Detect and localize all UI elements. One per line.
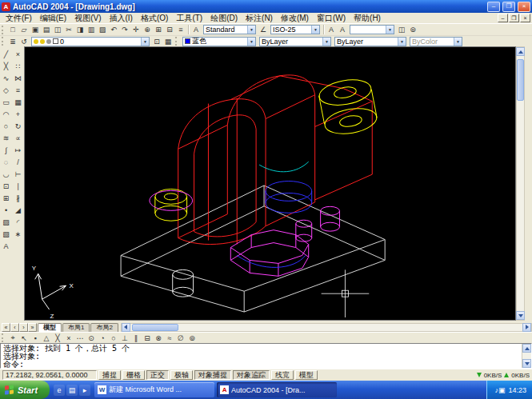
- mdi-restore-button[interactable]: ❐: [509, 14, 519, 22]
- extra-style-combo[interactable]: ▼: [350, 25, 394, 34]
- vertical-scrollbar[interactable]: [516, 46, 525, 321]
- status-toggle-osnap[interactable]: 对象捕捉: [194, 370, 231, 380]
- modify-tool-extend[interactable]: ⊢: [13, 169, 23, 179]
- osnap-button-snap-to-insert[interactable]: ⊟: [142, 333, 153, 343]
- modify-tool-stretch[interactable]: ↦: [13, 145, 23, 155]
- osnap-button-snap-to-center[interactable]: ⊙: [86, 333, 97, 343]
- close-button[interactable]: ×: [518, 2, 530, 12]
- chevron-down-icon[interactable]: ▼: [141, 38, 149, 46]
- minimize-button[interactable]: –: [487, 2, 500, 12]
- quick-launch-icon-media-player[interactable]: ▸: [79, 385, 90, 396]
- modify-tool-move[interactable]: +: [13, 109, 23, 119]
- chevron-down-icon[interactable]: ▼: [311, 26, 319, 34]
- vertical-scroll-thumb[interactable]: [517, 59, 524, 101]
- toolbar-button-save[interactable]: ▣: [30, 25, 41, 35]
- menu-item-file[interactable]: 文件(F): [2, 13, 36, 23]
- draw-tool-polygon[interactable]: ◇: [1, 85, 11, 95]
- start-button[interactable]: Start: [0, 381, 50, 399]
- horizontal-scroll-thumb[interactable]: [132, 324, 178, 331]
- modify-tool-fillet[interactable]: ◜: [13, 217, 23, 227]
- chevron-down-icon[interactable]: ▼: [386, 26, 394, 34]
- lineweight-combo[interactable]: ByLayer ▼: [334, 37, 406, 46]
- draw-tool-rectangle[interactable]: ▭: [1, 97, 11, 107]
- osnap-button-snap-to-extension[interactable]: ⋯: [74, 333, 86, 343]
- osnap-button-snap-to-nearest[interactable]: ≈: [164, 333, 175, 343]
- modify-tool-mirror[interactable]: ⋈: [13, 73, 23, 83]
- scroll-up-icon[interactable]: [522, 344, 531, 353]
- scroll-up-icon[interactable]: [516, 47, 525, 56]
- layer-combo[interactable]: 0 ▼: [31, 37, 150, 46]
- osnap-button-snap-to-parallel[interactable]: ∥: [130, 333, 142, 343]
- toolbar-button-plot-preview[interactable]: ◫: [52, 25, 63, 35]
- draw-tool-polyline[interactable]: ∿: [1, 73, 11, 83]
- menu-item-view[interactable]: 视图(V): [70, 13, 105, 23]
- modify-tool-chamfer[interactable]: ◢: [13, 205, 23, 215]
- draw-tool-construction-line[interactable]: ╳: [1, 61, 11, 71]
- modify-tool-offset[interactable]: ≡: [13, 85, 23, 95]
- mdi-close-button[interactable]: ×: [520, 14, 530, 22]
- crosshair-cursor[interactable]: [322, 269, 370, 317]
- status-toggle-snap[interactable]: 捕捉: [98, 370, 121, 380]
- osnap-button-snap-from[interactable]: ↖: [18, 333, 30, 343]
- toolbar-button-layer-states[interactable]: ▦: [162, 36, 174, 46]
- menu-item-window[interactable]: 窗口(W): [313, 13, 350, 23]
- drawing-canvas[interactable]: Y X Z: [24, 46, 516, 321]
- scroll-right-icon[interactable]: [522, 323, 531, 332]
- modify-tool-copy-object[interactable]: ∷: [13, 61, 23, 71]
- osnap-button-snap-to-none[interactable]: ∅: [175, 333, 186, 343]
- menu-item-edit[interactable]: 编辑(E): [36, 13, 70, 23]
- taskbar-task-autocad[interactable]: A AutoCAD 2004 - [Dra...: [217, 382, 337, 397]
- modify-tool-break-at-point[interactable]: ∣: [13, 181, 23, 191]
- chevron-down-icon[interactable]: ▼: [322, 38, 330, 46]
- toolbar-button-layer-previous[interactable]: ↺: [18, 36, 30, 46]
- toolbar-button-properties[interactable]: ≡: [175, 25, 186, 35]
- draw-tool-insert-block[interactable]: ⊡: [1, 181, 11, 191]
- toolbar-button-pan[interactable]: ✛: [130, 25, 142, 35]
- modify-tool-trim[interactable]: /: [13, 157, 23, 167]
- toolbar-grip[interactable]: [175, 37, 178, 46]
- menu-item-modify[interactable]: 修改(M): [277, 13, 313, 23]
- toolbar-grip[interactable]: [2, 333, 5, 342]
- scroll-down-icon[interactable]: [522, 359, 531, 368]
- menu-item-dimension[interactable]: 标注(N): [242, 13, 277, 23]
- status-toggle-ortho[interactable]: 正交: [146, 370, 169, 380]
- horizontal-scroll-track[interactable]: [130, 323, 522, 332]
- modify-tool-rotate[interactable]: ↻: [13, 121, 23, 131]
- toolbar-button-open[interactable]: ▱: [18, 25, 30, 35]
- scroll-down-icon[interactable]: [516, 311, 525, 320]
- tab-nav-button-last[interactable]: »: [28, 323, 37, 332]
- text-button-dtext[interactable]: A: [337, 25, 348, 35]
- osnap-button-snap-to-endpoint[interactable]: ▪: [30, 333, 41, 343]
- menu-item-draw[interactable]: 绘图(D): [206, 13, 242, 23]
- command-scrollbar[interactable]: [522, 344, 531, 368]
- toolbar-button-new[interactable]: □: [7, 25, 18, 35]
- osnap-button-snap-to-tangent[interactable]: ○: [108, 333, 119, 343]
- scroll-left-icon[interactable]: [122, 323, 130, 332]
- menu-item-help[interactable]: 帮助(H): [350, 13, 385, 23]
- chevron-down-icon[interactable]: ▼: [247, 38, 255, 46]
- status-toggle-lineweight[interactable]: 线宽: [271, 370, 294, 380]
- draw-tool-arc[interactable]: ◠: [1, 109, 11, 119]
- toolbar-button-3d-orbit[interactable]: ⊚: [407, 25, 418, 35]
- toolbar-button-paste[interactable]: ▥: [86, 25, 97, 35]
- menu-item-tools[interactable]: 工具(T): [172, 13, 206, 23]
- osnap-button-osnap-settings[interactable]: ⊚: [186, 333, 198, 343]
- toolbar-button-layer-properties-manager[interactable]: ≣: [7, 36, 18, 46]
- text-style-manager-button[interactable]: A: [190, 25, 202, 35]
- draw-tool-spline[interactable]: ∫: [1, 145, 11, 155]
- dim-style-combo[interactable]: ISO-25 ▼: [270, 25, 320, 34]
- tab-model[interactable]: 模型: [38, 323, 62, 332]
- draw-tool-make-block[interactable]: ⊞: [1, 193, 11, 203]
- menu-item-format[interactable]: 格式(O): [137, 13, 172, 23]
- toolbar-button-zoom-window[interactable]: ⊞: [153, 25, 164, 35]
- toolbar-button-named-views[interactable]: ◫: [396, 25, 407, 35]
- menu-item-insert[interactable]: 插入(I): [105, 13, 136, 23]
- osnap-button-temporary-track-point[interactable]: ⌖: [7, 333, 18, 343]
- draw-tool-circle[interactable]: ○: [1, 121, 11, 131]
- status-toggle-polar[interactable]: 极轴: [170, 370, 193, 380]
- tray-icon-network[interactable]: ▣: [498, 386, 506, 394]
- command-prompt[interactable]: 命令:: [3, 361, 519, 368]
- osnap-button-snap-to-apparent-intersection[interactable]: ×: [63, 333, 74, 343]
- osnap-button-snap-to-perpendicular[interactable]: ⊥: [119, 333, 130, 343]
- toolbar-button-make-object-layer-current[interactable]: ⊡: [151, 36, 162, 46]
